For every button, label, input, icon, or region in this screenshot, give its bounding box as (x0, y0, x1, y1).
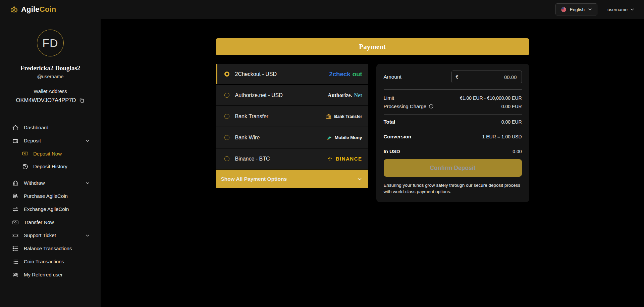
payment-methods-list: 2Checkout - USD 2checkout Authorize.net … (216, 64, 368, 170)
currency-symbol: € (456, 74, 459, 80)
chevron-down-icon (630, 7, 635, 12)
mobile-mony-icon (326, 134, 333, 141)
payment-title: Payment (359, 43, 385, 51)
2checkout-logo: 2checkout (329, 71, 362, 78)
conversion-label: Conversion (384, 134, 412, 139)
deposit-submenu: Deposit Now Deposit History (12, 147, 90, 173)
conversion-row: Conversion 1 EUR = 1.00 USD (384, 134, 522, 139)
authorize-net-logo: Authorize.Net (328, 92, 362, 98)
us-flag-icon (560, 6, 567, 13)
list-check-icon (12, 245, 19, 252)
sidebar-item-deposit-history[interactable]: Deposit History (22, 160, 90, 173)
payment-methods-panel: 2Checkout - USD 2checkout Authorize.net … (216, 64, 368, 188)
list-icon (12, 258, 19, 265)
sidebar-item-deposit[interactable]: Deposit (12, 134, 90, 147)
payment-method-label: Bank Wire (235, 135, 260, 141)
logo-text: Authorize. (328, 92, 352, 98)
topbar-right: English username (555, 3, 635, 15)
sidebar: FD Fredericka2 Douglas2 @username Wallet… (0, 19, 101, 307)
top-bar: A AgileCoin English u (0, 0, 644, 19)
divider (384, 114, 522, 115)
total-row: Total 0.00 EUR (384, 119, 522, 125)
sidebar-item-label: My Referred user (24, 272, 63, 277)
logo-text: 2check (329, 71, 350, 78)
sidebar-item-label: Transfer Now (24, 219, 54, 225)
payment-method-2checkout[interactable]: 2Checkout - USD 2checkout (216, 64, 368, 84)
in-usd-value: 0.00 (513, 149, 522, 154)
amount-row: Amount € (384, 71, 522, 83)
sidebar-item-label: Exchange AgileCoin (24, 206, 69, 212)
deposit-summary-card: Amount € Limit €1.00 EUR - €10,000.00 EU… (376, 64, 529, 202)
info-icon[interactable] (429, 104, 434, 109)
radio-icon[interactable] (224, 114, 229, 119)
copy-icon[interactable] (79, 97, 85, 103)
payment-method-binance[interactable]: Binance - BTC (216, 148, 368, 169)
avatar: FD (37, 30, 64, 56)
brand-name-primary: Agile (21, 5, 40, 14)
wallet-icon (12, 137, 19, 144)
conversion-value: 1 EUR = 1.00 USD (482, 134, 522, 139)
sidebar-item-deposit-now[interactable]: Deposit Now (22, 147, 90, 160)
ticket-icon (12, 232, 19, 239)
chevron-down-icon (588, 7, 592, 12)
sidebar-item-label: Coin Transactions (24, 259, 64, 264)
radio-icon[interactable] (224, 93, 229, 98)
divider (384, 129, 522, 129)
sidebar-item-label: Deposit (24, 138, 41, 143)
sidebar-item-withdraw[interactable]: Withdraw (12, 176, 90, 189)
show-all-label: Show All Payment Options (221, 176, 287, 182)
binance-diamond-icon (327, 156, 333, 162)
sidebar-item-balance-transactions[interactable]: Balance Transactions (12, 242, 90, 255)
logo-text: Mobile Mony (335, 135, 362, 140)
language-label: English (570, 7, 585, 12)
bank-transfer-logo: Bank Transfer (325, 113, 362, 120)
avatar-initials: FD (42, 37, 58, 50)
processing-charge-row: Processing Charge 0.00 EUR (384, 103, 522, 109)
sidebar-item-support-ticket[interactable]: Support Ticket (12, 229, 90, 242)
swap-icon (12, 206, 19, 213)
chevron-down-icon (357, 176, 362, 182)
sidebar-item-purchase-agilecoin[interactable]: Purchase AgileCoin (12, 189, 90, 203)
sidebar-item-label: Dashboard (24, 125, 48, 130)
chevron-down-icon (85, 181, 90, 185)
amount-input[interactable] (461, 74, 518, 80)
sidebar-item-exchange-agilecoin[interactable]: Exchange AgileCoin (12, 203, 90, 216)
limit-label: Limit (384, 95, 394, 101)
sidebar-item-dashboard[interactable]: Dashboard (12, 121, 90, 134)
sidebar-item-label: Deposit Now (33, 151, 62, 157)
radio-icon[interactable] (224, 135, 229, 140)
radio-icon[interactable] (224, 156, 229, 161)
main-content: Payment 2Checkout - USD 2checkout Author… (101, 19, 644, 307)
banknote-icon (12, 219, 19, 226)
payment-method-bank-transfer[interactable]: Bank Transfer Bank Transfer (216, 106, 368, 127)
logo-text: out (353, 71, 362, 78)
sidebar-item-transfer-now[interactable]: Transfer Now (12, 216, 90, 229)
sidebar-item-my-referred-user[interactable]: My Referred user (12, 268, 90, 281)
profile-block: FD Fredericka2 Douglas2 @username Wallet… (0, 30, 101, 103)
coins-icon (12, 193, 19, 200)
bank-gold-icon (325, 113, 332, 120)
logo-text: BINANCE (336, 156, 362, 162)
users-icon (12, 271, 19, 278)
show-all-payment-options-button[interactable]: Show All Payment Options (216, 170, 368, 188)
sidebar-item-label: Balance Transactions (24, 246, 72, 251)
profile-handle: @username (0, 74, 101, 79)
payment-title-bar: Payment (216, 38, 529, 55)
confirm-deposit-button[interactable]: Confirm Deposit (384, 159, 522, 177)
deposit-note: Ensuring your funds grow safely through … (384, 182, 522, 195)
radio-selected-icon[interactable] (224, 72, 229, 77)
chevron-down-icon (85, 233, 90, 238)
payment-method-label: Authorize.net - USD (235, 92, 283, 98)
payment-method-bank-wire[interactable]: Bank Wire Mobile Mony (216, 127, 368, 148)
language-selector[interactable]: English (555, 3, 597, 15)
user-menu[interactable]: username (607, 7, 635, 12)
processing-charge-label: Processing Charge (384, 103, 427, 109)
logo-text: Net (354, 92, 362, 98)
sidebar-item-coin-transactions[interactable]: Coin Transactions (12, 255, 90, 268)
brand-logo[interactable]: A AgileCoin (9, 4, 56, 15)
in-usd-row: In USD 0.00 (384, 148, 522, 154)
profile-name: Fredericka2 Douglas2 (0, 64, 101, 72)
wallet-address: OKM4WDVJO7A4PP7D (0, 97, 101, 103)
limit-row: Limit €1.00 EUR - €10,000.00 EUR (384, 95, 522, 101)
payment-method-authorize-net[interactable]: Authorize.net - USD Authorize.Net (216, 85, 368, 105)
